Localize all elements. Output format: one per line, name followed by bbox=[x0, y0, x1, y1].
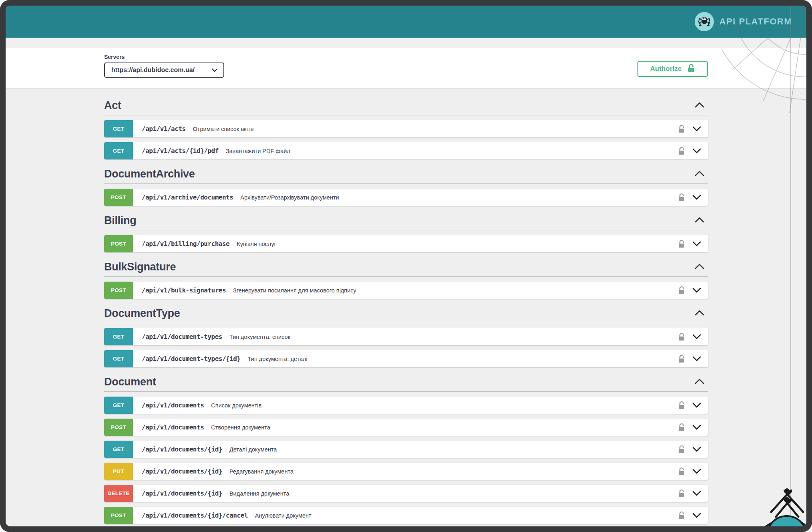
section-operations: GET /api/v1/documents Список документів … bbox=[104, 397, 708, 524]
lock-icon[interactable] bbox=[677, 467, 685, 476]
method-badge: POST bbox=[104, 507, 133, 524]
chevron-down-icon[interactable] bbox=[692, 491, 701, 496]
scheme-container: Servers https://api.dubidoc.com.ua/ Auth… bbox=[6, 38, 806, 89]
header-bar: API PLATFORM bbox=[6, 6, 806, 38]
method-badge: DELETE bbox=[104, 485, 133, 502]
unlock-icon bbox=[687, 64, 695, 75]
endpoint-row[interactable]: POST /api/v1/documents Створення докумен… bbox=[104, 419, 708, 436]
endpoint-summary: Купівля послуг bbox=[237, 241, 276, 247]
chevron-down-icon[interactable] bbox=[692, 403, 701, 408]
chevron-down-icon[interactable] bbox=[692, 447, 701, 452]
section-title: DocumentArchive bbox=[104, 167, 195, 180]
operations-area: Act GET /api/v1/acts Отримати список акт… bbox=[6, 89, 806, 526]
endpoint-path: /api/v1/documents/{id} bbox=[142, 468, 222, 475]
endpoint-summary: Анулювати документ bbox=[255, 512, 312, 519]
lock-icon[interactable] bbox=[677, 286, 685, 295]
spider-logo-circle bbox=[695, 12, 714, 31]
endpoint-row[interactable]: POST /api/v1/billing/purchase Купівля по… bbox=[104, 235, 708, 252]
endpoint-row[interactable]: POST /api/v1/documents/{id}/cancel Анулю… bbox=[104, 507, 708, 524]
section-title: Act bbox=[104, 99, 121, 112]
section-title: Document bbox=[104, 375, 156, 388]
endpoint-summary: Деталі документа bbox=[229, 446, 277, 453]
lock-icon[interactable] bbox=[677, 332, 685, 341]
endpoint-row[interactable]: GET /api/v1/documents/{id} Деталі докуме… bbox=[104, 441, 708, 458]
endpoint-path: /api/v1/documents bbox=[142, 423, 204, 431]
lock-icon[interactable] bbox=[677, 125, 685, 133]
chevron-up-icon[interactable] bbox=[691, 377, 708, 387]
section-header[interactable]: Billing bbox=[104, 214, 708, 230]
chevron-down-icon[interactable] bbox=[692, 334, 701, 340]
lock-icon[interactable] bbox=[677, 423, 685, 432]
endpoint-path: /api/v1/acts/{id}/pdf bbox=[142, 147, 219, 155]
chevron-up-icon[interactable] bbox=[691, 100, 708, 111]
chevron-up-icon[interactable] bbox=[691, 169, 708, 179]
endpoint-row[interactable]: GET /api/v1/acts Отримати список актів bbox=[104, 120, 708, 137]
endpoint-path: /api/v1/document-types/{id} bbox=[142, 355, 241, 363]
section-header[interactable]: Act bbox=[104, 99, 708, 115]
endpoint-row[interactable]: GET /api/v1/documents Список документів bbox=[104, 397, 708, 414]
section-header[interactable]: DocumentType bbox=[104, 307, 708, 323]
section-header[interactable]: Document bbox=[104, 375, 708, 392]
section-operations: POST /api/v1/billing/purchase Купівля по… bbox=[104, 235, 708, 252]
method-badge: GET bbox=[104, 441, 133, 458]
section-header[interactable]: DocumentArchive bbox=[104, 167, 708, 184]
chevron-down-icon[interactable] bbox=[692, 469, 701, 474]
section-header[interactable]: BulkSignature bbox=[104, 260, 708, 277]
chevron-down-icon[interactable] bbox=[692, 126, 701, 132]
endpoint-summary: Тип документа: список bbox=[229, 334, 290, 340]
endpoint-row[interactable]: POST /api/v1/archive/documents Архівуват… bbox=[104, 189, 708, 206]
api-section: BulkSignature POST /api/v1/bulk-signatur… bbox=[104, 260, 708, 299]
chevron-down-icon[interactable] bbox=[692, 356, 701, 362]
endpoint-path: /api/v1/documents bbox=[142, 401, 204, 409]
lock-icon[interactable] bbox=[677, 355, 685, 363]
lock-icon[interactable] bbox=[677, 147, 685, 155]
endpoint-path: /api/v1/documents/{id}/cancel bbox=[142, 512, 248, 519]
lock-icon[interactable] bbox=[677, 401, 685, 410]
chevron-down-icon bbox=[211, 66, 218, 74]
endpoint-summary: Отримати список актів bbox=[193, 126, 254, 132]
endpoint-row[interactable]: POST /api/v1/bulk-signatures Згенерувати… bbox=[104, 282, 708, 299]
lock-icon[interactable] bbox=[677, 489, 685, 498]
chevron-down-icon[interactable] bbox=[692, 148, 701, 154]
chevron-down-icon[interactable] bbox=[692, 195, 701, 200]
servers-block: Servers https://api.dubidoc.com.ua/ bbox=[104, 54, 224, 78]
authorize-button[interactable]: Authorize bbox=[637, 61, 708, 77]
endpoint-row[interactable]: PUT /api/v1/documents/{id} Редагування д… bbox=[104, 463, 708, 480]
section-title: BulkSignature bbox=[104, 260, 176, 273]
chevron-down-icon[interactable] bbox=[692, 241, 701, 247]
chevron-down-icon[interactable] bbox=[692, 288, 701, 293]
section-title: Billing bbox=[104, 214, 136, 227]
endpoint-row[interactable]: GET /api/v1/document-types Тип документа… bbox=[104, 328, 708, 345]
chevron-up-icon[interactable] bbox=[691, 308, 708, 319]
lock-icon[interactable] bbox=[677, 240, 685, 248]
endpoint-summary: Тип документа: деталі bbox=[248, 356, 308, 362]
method-badge: PUT bbox=[104, 463, 133, 480]
chevron-down-icon[interactable] bbox=[692, 425, 701, 430]
endpoint-summary: Архівувати/Розархівувати документи bbox=[240, 194, 339, 201]
brand-logo: API PLATFORM bbox=[695, 12, 792, 31]
endpoint-path: /api/v1/billing/purchase bbox=[142, 240, 229, 248]
endpoint-summary: Список документів bbox=[211, 402, 261, 409]
chevron-up-icon[interactable] bbox=[691, 262, 708, 272]
chevron-up-icon[interactable] bbox=[691, 215, 708, 226]
lock-icon[interactable] bbox=[677, 445, 685, 454]
lock-icon[interactable] bbox=[677, 193, 685, 202]
section-operations: GET /api/v1/document-types Тип документа… bbox=[104, 328, 708, 367]
api-section: Act GET /api/v1/acts Отримати список акт… bbox=[104, 99, 708, 159]
method-badge: GET bbox=[104, 142, 133, 159]
endpoint-row[interactable]: GET /api/v1/document-types/{id} Тип доку… bbox=[104, 350, 708, 367]
lock-icon[interactable] bbox=[677, 511, 685, 520]
server-select[interactable]: https://api.dubidoc.com.ua/ bbox=[104, 62, 224, 78]
api-section: Document GET /api/v1/documents Список до… bbox=[104, 375, 708, 524]
header-shadow-strip bbox=[6, 38, 806, 48]
section-title: DocumentType bbox=[104, 307, 180, 320]
section-operations: POST /api/v1/archive/documents Архівуват… bbox=[104, 189, 708, 206]
endpoint-row[interactable]: GET /api/v1/acts/{id}/pdf Завантажити PD… bbox=[104, 142, 708, 159]
chevron-down-icon[interactable] bbox=[692, 513, 701, 518]
servers-label: Servers bbox=[104, 54, 224, 60]
endpoint-path: /api/v1/archive/documents bbox=[142, 193, 233, 201]
method-badge: POST bbox=[104, 189, 133, 206]
endpoint-row[interactable]: DELETE /api/v1/documents/{id} Видалення … bbox=[104, 485, 708, 502]
server-url-value: https://api.dubidoc.com.ua/ bbox=[111, 66, 195, 74]
method-badge: POST bbox=[104, 419, 133, 436]
